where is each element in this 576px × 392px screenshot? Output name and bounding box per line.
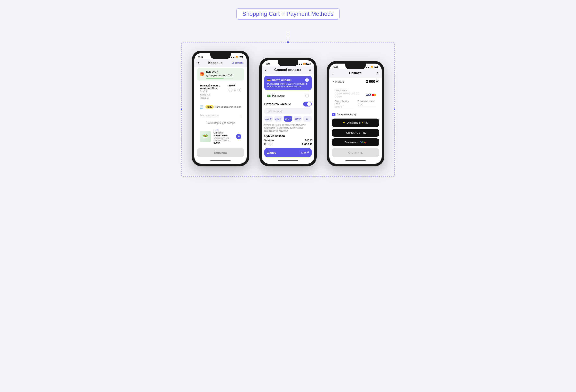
receipt-icon: 🧾 [200, 105, 204, 109]
remember-row[interactable]: ✓ Запомнить карту [329, 113, 382, 116]
to-pay-section: К оплате 2 000 ₽ [329, 78, 382, 85]
card-number-row: 0000 0000 0000 0000 VISA [335, 92, 376, 98]
phone-3-checkout: 9:41 ▲▲▲ 📶 ‹ Оплата ≡ К оплате [327, 61, 384, 166]
tip-250[interactable]: 250 ₽ [293, 116, 302, 122]
checkout-header: ‹ Оплата ≡ [329, 69, 382, 78]
payment-title: Способ оплаты [274, 68, 301, 72]
payment-back-button[interactable]: ‹ [265, 68, 266, 72]
phone-1-screen: 9:41 ▲▲▲ 📶 ‹ Корзина Очистить 🎁 [194, 53, 247, 164]
cart-title: Корзина [208, 61, 223, 65]
cart-bottom-button[interactable]: Корзина [197, 148, 244, 157]
radio-empty [305, 94, 309, 98]
page-title: Shopping Cart + Payment Methods [242, 11, 334, 17]
next-button[interactable]: Далее 1236 ₽ [264, 148, 312, 157]
card-icon: 💳 [267, 78, 271, 81]
tips-row-label: Чаевые [264, 139, 274, 142]
card-expiry-field: Срок действия карты ММ/ГГ [335, 100, 353, 109]
cart-item: Зеленый салат с авокадо 250гр С собойАво… [197, 82, 244, 102]
points-badge: +245 [205, 105, 214, 108]
payment-option-cash[interactable]: 💵 На месте [264, 91, 312, 100]
remember-text: Запомнить карту [337, 113, 356, 116]
rec-name: Салат с креветками [214, 131, 233, 137]
to-pay-amount: 2 000 ₽ [366, 79, 378, 84]
total-value: 2 000 ₽ [302, 143, 312, 146]
expiry-label: Срок действия карты [335, 100, 353, 105]
cvc-field: Проверочный код CVC [358, 100, 376, 109]
payment-option-card[interactable]: 💳 Карта онлайн Мы зарезервируем 1625 ₽ и… [264, 76, 312, 90]
apay-label: Оплатить с Pay [346, 131, 366, 134]
remember-checkbox[interactable]: ✓ [332, 113, 335, 116]
cvc-label: Проверочный код [358, 100, 376, 102]
phone-1-cart: 9:41 ▲▲▲ 📶 ‹ Корзина Очистить 🎁 [192, 51, 249, 166]
back-button[interactable]: ‹ [198, 60, 199, 65]
cart-header: ‹ Корзина Очистить [194, 59, 247, 67]
cart-item-row: Зеленый салат с авокадо 250гр С собойАво… [200, 84, 241, 100]
rec-sub: Состав: руккола, тигровие крeвет... [214, 137, 233, 141]
card-label: Карта онлайн [272, 78, 291, 81]
discount-progress-fill [206, 78, 224, 78]
checkout-filter-icon[interactable]: ≡ [376, 71, 378, 75]
promo-row[interactable]: Ввести промокод › [197, 112, 244, 119]
recommendation: 🥗 + 4 б Салат с креветками Состав: рукко… [197, 127, 244, 146]
mc-right [374, 94, 376, 96]
battery-icon [239, 56, 243, 58]
cash-text: На месте [272, 94, 285, 97]
tips-section: Оставить чаевые Ввести сумму 100 ₽ 150 ₽… [264, 102, 312, 132]
ypay-icon: ✦ [343, 121, 345, 125]
tips-amounts: 100 ₽ 150 ₽ 200 ₽ 250 ₽ 3... [264, 116, 312, 122]
payment-option-desc: Мы зарезервируем 1625 ₽ и спишем с карты… [267, 82, 309, 88]
card-number-field: Номер карты 0000 0000 0000 0000 VISA [335, 89, 376, 98]
cash-label: 💵 На месте [267, 94, 285, 97]
phone-3-notch [345, 64, 366, 69]
qty-decrease[interactable]: − [229, 88, 232, 92]
clear-button[interactable]: Очистить [232, 61, 243, 64]
to-pay-label: К оплате [333, 80, 344, 83]
tip-150[interactable]: 150 ₽ [274, 116, 283, 122]
cvc-input[interactable]: CVC [358, 103, 376, 107]
expiry-input[interactable]: ММ/ГГ [335, 105, 353, 109]
tips-row-value: 200 ₽ [305, 139, 312, 142]
ypay-button[interactable]: ✦ Оплатить с YPay [332, 119, 379, 127]
tips-toggle[interactable] [303, 102, 312, 106]
phone-3-screen: 9:41 ▲▲▲ 📶 ‹ Оплата ≡ К оплате [329, 64, 382, 164]
order-summary-title: Сумма заказа [264, 134, 312, 137]
qty-increase[interactable]: + [237, 88, 241, 92]
ypay-label: Оплатить с YPay [346, 121, 368, 124]
next-btn-label: Далее [267, 151, 276, 154]
phone-2-screen: 9:41 ▲▲▲ 📶 ‹ Способ оплаты ≡ [262, 60, 314, 164]
checkout-bottom-button[interactable]: Оплатить [332, 148, 379, 157]
payment-header: ‹ Способ оплаты ≡ [262, 66, 314, 74]
phone-2-notch [278, 60, 298, 66]
tips-input[interactable]: Ввести сумму [264, 108, 312, 114]
discount-icon: 🎁 [200, 72, 204, 77]
tips-note: Оплата за заказ и за чаевые пройдет двум… [264, 123, 312, 132]
add-to-cart-button[interactable]: + [236, 134, 241, 139]
phones-container: 9:41 ▲▲▲ 📶 ‹ Корзина Очистить 🎁 [181, 42, 395, 177]
home-indicator-3 [345, 160, 366, 161]
phone-1-notch [210, 53, 231, 59]
tip-100[interactable]: 100 ₽ [264, 116, 273, 122]
connector-dot-right [394, 108, 395, 110]
battery-icon-2 [306, 63, 310, 65]
apay-button[interactable]: Оплатить с Pay [332, 129, 379, 137]
tip-more[interactable]: 3... [303, 116, 312, 122]
promo-arrow[interactable]: › [240, 114, 241, 117]
gpay-button[interactable]: Оплатить с GPay [332, 138, 379, 146]
visa-logo: VISA [366, 94, 371, 97]
rec-image: 🥗 [200, 131, 211, 142]
wifi-icon-2: 📶 [303, 63, 306, 65]
card-number-input[interactable]: 0000 0000 0000 0000 [335, 92, 366, 98]
cart-item-right: 430 ₽ − 1 + [229, 84, 241, 92]
connector-dot-top [287, 42, 289, 43]
page-title-container: Shopping Cart + Payment Methods [236, 8, 340, 20]
tip-200[interactable]: 200 ₽ [284, 116, 292, 122]
cart-item-name: Зеленый салат с авокадо 250гр [200, 84, 229, 90]
checkout-back-button[interactable]: ‹ [333, 71, 334, 76]
radio-filled [305, 78, 309, 82]
cart-item-info: Зеленый салат с авокадо 250гр С собойАво… [200, 84, 229, 100]
tips-label-text: Оставить чаевые [264, 102, 291, 106]
cash-icon: 💵 [267, 94, 271, 97]
filter-icon[interactable]: ≡ [309, 68, 311, 72]
cart-qty[interactable]: − 1 + [229, 88, 241, 92]
points-text: баллов вернется на счет [215, 106, 241, 108]
